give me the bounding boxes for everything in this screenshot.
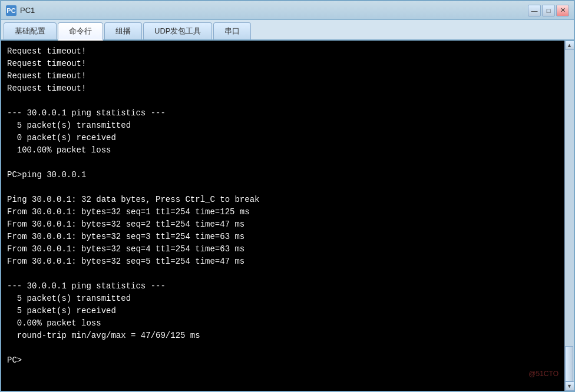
close-button[interactable]: ✕ (556, 5, 569, 16)
window-icon: PC (6, 5, 16, 16)
scrollbar-down[interactable]: ▼ (565, 381, 574, 391)
window-title: PC1 (20, 6, 35, 15)
tab-group[interactable]: 组播 (104, 22, 142, 39)
minimize-button[interactable]: — (528, 5, 541, 16)
scrollbar-thumb[interactable] (565, 346, 573, 381)
title-bar: PC PC1 — □ ✕ (1, 1, 574, 20)
tab-basic[interactable]: 基础配置 (4, 22, 57, 39)
tab-bar: 基础配置 命令行 组播 UDP发包工具 串口 (1, 20, 574, 41)
title-buttons: — □ ✕ (528, 5, 569, 16)
terminal-output[interactable]: Request timeout! Request timeout! Reques… (1, 41, 564, 391)
main-window: PC PC1 — □ ✕ 基础配置 命令行 组播 UDP发包工具 串口 Requ… (0, 0, 575, 392)
maximize-button[interactable]: □ (542, 5, 555, 16)
content-area: Request timeout! Request timeout! Reques… (1, 41, 574, 391)
scrollbar-up[interactable]: ▲ (565, 41, 574, 50)
title-bar-left: PC PC1 (6, 5, 35, 16)
tab-udp[interactable]: UDP发包工具 (143, 22, 212, 39)
scrollbar: ▲ ▼ (564, 41, 574, 391)
watermark: @51CTO (528, 370, 559, 378)
tab-cmd[interactable]: 命令行 (58, 22, 103, 41)
scrollbar-track[interactable] (565, 50, 574, 381)
tab-serial[interactable]: 串口 (213, 22, 251, 39)
